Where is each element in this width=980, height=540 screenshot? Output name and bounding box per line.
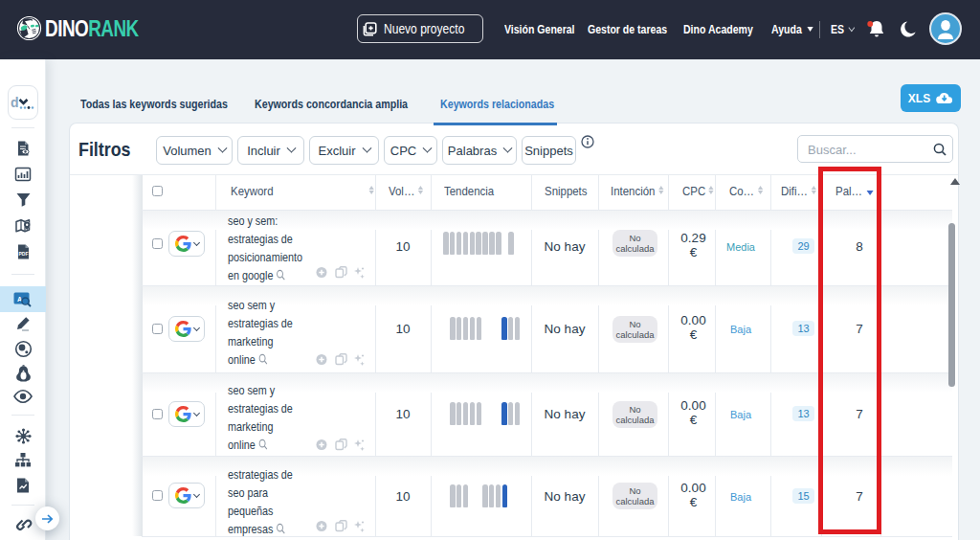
svg-text:d: d: [11, 95, 19, 110]
svg-text:PDF: PDF: [18, 251, 28, 257]
